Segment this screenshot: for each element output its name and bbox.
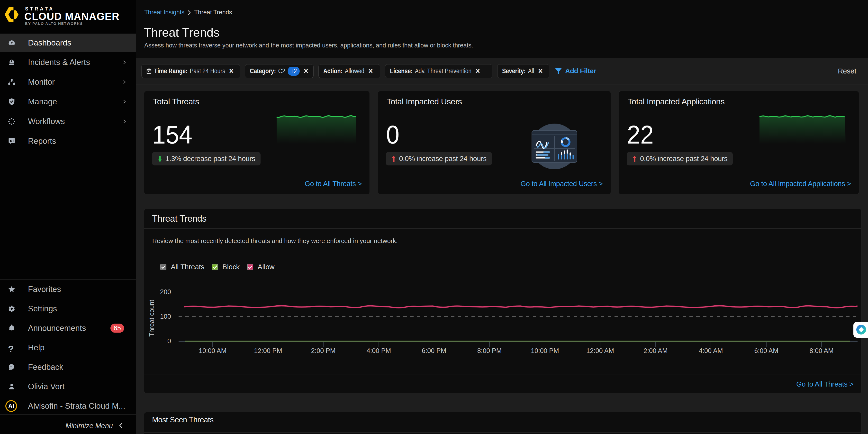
- svg-text:4:00 PM: 4:00 PM: [367, 347, 391, 354]
- svg-text:12:00 AM: 12:00 AM: [586, 347, 614, 354]
- svg-text:0: 0: [167, 337, 171, 345]
- svg-text:2:00 PM: 2:00 PM: [311, 347, 336, 354]
- svg-text:100: 100: [160, 313, 171, 320]
- svg-text:2:00 AM: 2:00 AM: [644, 347, 668, 354]
- svg-text:4:00 AM: 4:00 AM: [699, 347, 723, 354]
- svg-text:6:00 PM: 6:00 PM: [422, 347, 446, 354]
- svg-text:200: 200: [160, 288, 171, 296]
- svg-text:6:00 AM: 6:00 AM: [754, 347, 778, 354]
- svg-text:10:00 PM: 10:00 PM: [531, 347, 559, 354]
- svg-text:8:00 AM: 8:00 AM: [809, 347, 833, 354]
- svg-text:8:00 PM: 8:00 PM: [477, 347, 502, 354]
- svg-text:12:00 PM: 12:00 PM: [254, 347, 282, 354]
- svg-text:Threat count: Threat count: [148, 300, 155, 337]
- svg-text:10:00 AM: 10:00 AM: [199, 347, 226, 354]
